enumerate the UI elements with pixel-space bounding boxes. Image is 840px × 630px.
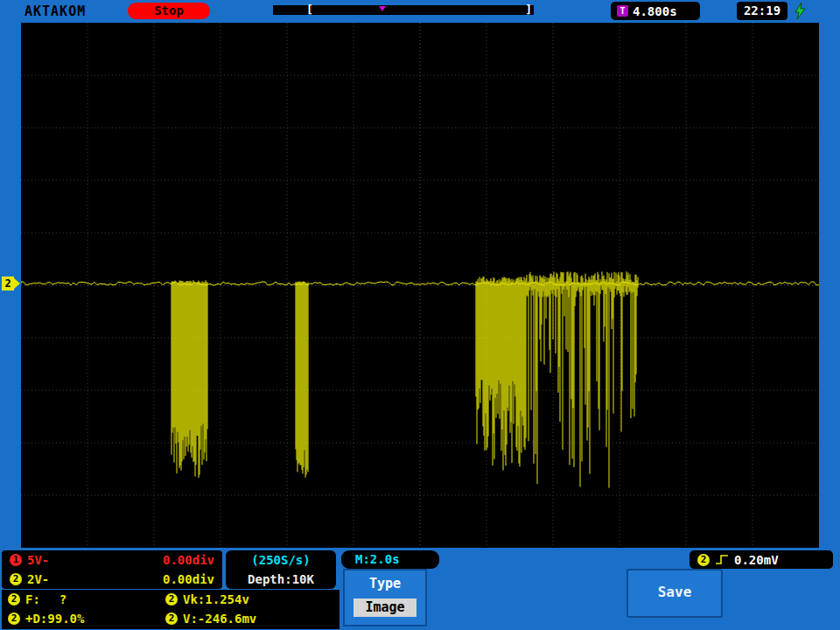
oscilloscope-frame: AKTAKOM Stop [ ] T 4.800s 22:19 2 1 5V- …	[0, 0, 840, 630]
vk-measure: 2 Vk:1.254v	[165, 592, 249, 606]
trigger-position-bar[interactable]: [ ]	[273, 5, 534, 15]
v-measure: 2 V:-246.6mv	[165, 612, 256, 626]
sample-rate: (250S/s)	[226, 550, 336, 570]
run-stop-status[interactable]: Stop	[128, 3, 210, 19]
burst-trace	[172, 271, 638, 487]
memory-depth: Depth:10K	[226, 570, 336, 589]
ch2-icon: 2	[10, 573, 22, 585]
menu-title-type: Type	[345, 576, 425, 592]
brand-logo: AKTAKOM	[24, 4, 86, 19]
meas-ch-icon: 2	[8, 612, 20, 625]
channel-info-panel: 1 5V- 0.00div 2 2V- 0.00div	[2, 550, 222, 589]
duty-value: +D:99.0%	[25, 612, 84, 626]
side-menu-panel: Type Image	[343, 569, 427, 626]
trigger-channel-icon: 2	[697, 554, 710, 566]
freq-label: F:	[25, 592, 40, 606]
freq-value: ?	[60, 592, 66, 606]
ch1-icon: 1	[10, 554, 22, 566]
freq-measure: 2 F: ?	[8, 592, 165, 606]
window-left-bracket: [	[306, 3, 313, 16]
save-button[interactable]: Save	[626, 569, 723, 618]
graticule	[21, 23, 819, 548]
channel-2-marker-arrow	[14, 278, 20, 289]
duty-measure: 2 +D:99.0%	[8, 612, 165, 626]
meas-ch-icon: 2	[8, 593, 20, 606]
vk-value: Vk:1.254v	[183, 592, 249, 606]
timebase-readout[interactable]: M:2.0s	[341, 550, 439, 569]
ch2-row[interactable]: 2 2V- 0.00div	[2, 570, 222, 589]
measure-row-1: 2 F: ? 2 Vk:1.254v	[2, 590, 340, 609]
ch2-scale: 2V-	[27, 572, 49, 586]
trigger-level-value: 0.20mV	[734, 553, 779, 567]
ch2-offset: 0.00div	[163, 572, 214, 586]
ch1-row[interactable]: 1 5V- 0.00div	[2, 550, 222, 570]
channel-2-marker-label: 2	[2, 276, 14, 290]
trigger-T-icon: T	[617, 5, 628, 17]
clock: 22:19	[737, 2, 788, 20]
trigger-level-panel[interactable]: 2 0.20mV	[690, 550, 833, 569]
window-right-bracket: ]	[525, 3, 532, 16]
channel-2-marker[interactable]: 2	[2, 276, 21, 290]
trigger-position-marker[interactable]	[379, 6, 386, 11]
acquisition-panel: (250S/s) Depth:10K	[226, 550, 336, 589]
meas-ch-icon: 2	[165, 612, 178, 625]
rising-edge-icon	[715, 554, 729, 565]
scope-screen	[21, 23, 819, 548]
v-value: V:-246.6mv	[183, 612, 256, 626]
waveform-canvas	[21, 23, 819, 548]
meas-ch-icon: 2	[165, 593, 178, 606]
menu-option-image[interactable]: Image	[354, 598, 416, 617]
ch1-offset: 0.00div	[163, 553, 214, 567]
trigger-time-value: 4.800s	[633, 4, 677, 18]
trigger-time-readout: T 4.800s	[611, 2, 700, 20]
measure-row-2: 2 +D:99.0% 2 V:-246.6mv	[2, 609, 340, 628]
usb-icon	[793, 3, 807, 19]
ch1-scale: 5V-	[27, 553, 49, 567]
measurements-panel: 2 F: ? 2 Vk:1.254v 2 +D:99.0% 2 V:-246.6…	[2, 590, 340, 629]
